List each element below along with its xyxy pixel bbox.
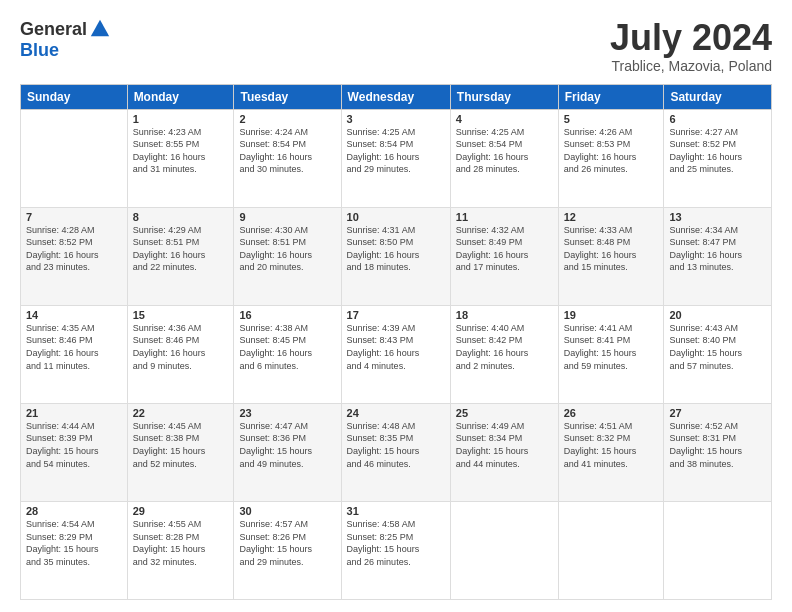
day-number: 5 [564,113,659,125]
day-info: Sunrise: 4:54 AM Sunset: 8:29 PM Dayligh… [26,518,122,568]
day-info: Sunrise: 4:57 AM Sunset: 8:26 PM Dayligh… [239,518,335,568]
day-number: 25 [456,407,553,419]
calendar-cell: 10Sunrise: 4:31 AM Sunset: 8:50 PM Dayli… [341,207,450,305]
day-number: 2 [239,113,335,125]
calendar-cell: 7Sunrise: 4:28 AM Sunset: 8:52 PM Daylig… [21,207,128,305]
calendar-cell: 11Sunrise: 4:32 AM Sunset: 8:49 PM Dayli… [450,207,558,305]
calendar-cell: 31Sunrise: 4:58 AM Sunset: 8:25 PM Dayli… [341,501,450,599]
day-info: Sunrise: 4:52 AM Sunset: 8:31 PM Dayligh… [669,420,766,470]
day-info: Sunrise: 4:47 AM Sunset: 8:36 PM Dayligh… [239,420,335,470]
calendar-cell: 3Sunrise: 4:25 AM Sunset: 8:54 PM Daylig… [341,109,450,207]
logo-general-text: General [20,19,87,40]
day-number: 24 [347,407,445,419]
calendar-cell: 9Sunrise: 4:30 AM Sunset: 8:51 PM Daylig… [234,207,341,305]
day-info: Sunrise: 4:36 AM Sunset: 8:46 PM Dayligh… [133,322,229,372]
day-info: Sunrise: 4:25 AM Sunset: 8:54 PM Dayligh… [456,126,553,176]
col-tuesday: Tuesday [234,84,341,109]
day-number: 19 [564,309,659,321]
day-info: Sunrise: 4:25 AM Sunset: 8:54 PM Dayligh… [347,126,445,176]
calendar-cell: 30Sunrise: 4:57 AM Sunset: 8:26 PM Dayli… [234,501,341,599]
day-number: 10 [347,211,445,223]
day-info: Sunrise: 4:34 AM Sunset: 8:47 PM Dayligh… [669,224,766,274]
day-info: Sunrise: 4:27 AM Sunset: 8:52 PM Dayligh… [669,126,766,176]
day-number: 21 [26,407,122,419]
day-info: Sunrise: 4:26 AM Sunset: 8:53 PM Dayligh… [564,126,659,176]
day-number: 11 [456,211,553,223]
location-subtitle: Trablice, Mazovia, Poland [610,58,772,74]
day-info: Sunrise: 4:28 AM Sunset: 8:52 PM Dayligh… [26,224,122,274]
calendar-week-row: 14Sunrise: 4:35 AM Sunset: 8:46 PM Dayli… [21,305,772,403]
day-info: Sunrise: 4:31 AM Sunset: 8:50 PM Dayligh… [347,224,445,274]
day-number: 8 [133,211,229,223]
day-info: Sunrise: 4:29 AM Sunset: 8:51 PM Dayligh… [133,224,229,274]
day-info: Sunrise: 4:43 AM Sunset: 8:40 PM Dayligh… [669,322,766,372]
calendar-table: Sunday Monday Tuesday Wednesday Thursday… [20,84,772,600]
day-info: Sunrise: 4:35 AM Sunset: 8:46 PM Dayligh… [26,322,122,372]
day-number: 27 [669,407,766,419]
calendar-cell: 1Sunrise: 4:23 AM Sunset: 8:55 PM Daylig… [127,109,234,207]
day-number: 16 [239,309,335,321]
calendar-cell: 19Sunrise: 4:41 AM Sunset: 8:41 PM Dayli… [558,305,664,403]
day-number: 3 [347,113,445,125]
day-info: Sunrise: 4:48 AM Sunset: 8:35 PM Dayligh… [347,420,445,470]
day-info: Sunrise: 4:24 AM Sunset: 8:54 PM Dayligh… [239,126,335,176]
day-info: Sunrise: 4:49 AM Sunset: 8:34 PM Dayligh… [456,420,553,470]
calendar-cell: 4Sunrise: 4:25 AM Sunset: 8:54 PM Daylig… [450,109,558,207]
day-number: 9 [239,211,335,223]
day-number: 14 [26,309,122,321]
col-friday: Friday [558,84,664,109]
day-info: Sunrise: 4:32 AM Sunset: 8:49 PM Dayligh… [456,224,553,274]
day-number: 20 [669,309,766,321]
day-number: 13 [669,211,766,223]
day-number: 18 [456,309,553,321]
header: General Blue July 2024 Trablice, Mazovia… [20,18,772,74]
title-block: July 2024 Trablice, Mazovia, Poland [610,18,772,74]
day-number: 31 [347,505,445,517]
calendar-cell: 8Sunrise: 4:29 AM Sunset: 8:51 PM Daylig… [127,207,234,305]
calendar-cell: 23Sunrise: 4:47 AM Sunset: 8:36 PM Dayli… [234,403,341,501]
day-number: 4 [456,113,553,125]
calendar-cell: 24Sunrise: 4:48 AM Sunset: 8:35 PM Dayli… [341,403,450,501]
day-info: Sunrise: 4:41 AM Sunset: 8:41 PM Dayligh… [564,322,659,372]
calendar-cell: 2Sunrise: 4:24 AM Sunset: 8:54 PM Daylig… [234,109,341,207]
day-info: Sunrise: 4:44 AM Sunset: 8:39 PM Dayligh… [26,420,122,470]
calendar-cell [664,501,772,599]
day-number: 6 [669,113,766,125]
calendar-cell: 29Sunrise: 4:55 AM Sunset: 8:28 PM Dayli… [127,501,234,599]
day-number: 15 [133,309,229,321]
calendar-week-row: 28Sunrise: 4:54 AM Sunset: 8:29 PM Dayli… [21,501,772,599]
day-number: 12 [564,211,659,223]
day-number: 26 [564,407,659,419]
calendar-cell: 13Sunrise: 4:34 AM Sunset: 8:47 PM Dayli… [664,207,772,305]
calendar-cell: 16Sunrise: 4:38 AM Sunset: 8:45 PM Dayli… [234,305,341,403]
day-info: Sunrise: 4:40 AM Sunset: 8:42 PM Dayligh… [456,322,553,372]
calendar-cell [21,109,128,207]
calendar-cell: 15Sunrise: 4:36 AM Sunset: 8:46 PM Dayli… [127,305,234,403]
calendar-header-row: Sunday Monday Tuesday Wednesday Thursday… [21,84,772,109]
day-number: 22 [133,407,229,419]
col-saturday: Saturday [664,84,772,109]
col-monday: Monday [127,84,234,109]
day-info: Sunrise: 4:33 AM Sunset: 8:48 PM Dayligh… [564,224,659,274]
calendar-cell: 27Sunrise: 4:52 AM Sunset: 8:31 PM Dayli… [664,403,772,501]
day-number: 1 [133,113,229,125]
day-info: Sunrise: 4:23 AM Sunset: 8:55 PM Dayligh… [133,126,229,176]
day-info: Sunrise: 4:45 AM Sunset: 8:38 PM Dayligh… [133,420,229,470]
calendar-cell: 18Sunrise: 4:40 AM Sunset: 8:42 PM Dayli… [450,305,558,403]
calendar-cell: 26Sunrise: 4:51 AM Sunset: 8:32 PM Dayli… [558,403,664,501]
calendar-week-row: 21Sunrise: 4:44 AM Sunset: 8:39 PM Dayli… [21,403,772,501]
col-thursday: Thursday [450,84,558,109]
day-number: 7 [26,211,122,223]
calendar-cell: 22Sunrise: 4:45 AM Sunset: 8:38 PM Dayli… [127,403,234,501]
day-info: Sunrise: 4:39 AM Sunset: 8:43 PM Dayligh… [347,322,445,372]
logo-icon [89,18,111,40]
calendar-cell: 28Sunrise: 4:54 AM Sunset: 8:29 PM Dayli… [21,501,128,599]
logo-blue-text: Blue [20,40,59,61]
calendar-cell [558,501,664,599]
calendar-cell: 20Sunrise: 4:43 AM Sunset: 8:40 PM Dayli… [664,305,772,403]
day-number: 29 [133,505,229,517]
calendar-cell: 14Sunrise: 4:35 AM Sunset: 8:46 PM Dayli… [21,305,128,403]
calendar-cell: 17Sunrise: 4:39 AM Sunset: 8:43 PM Dayli… [341,305,450,403]
month-title: July 2024 [610,18,772,58]
calendar-page: General Blue July 2024 Trablice, Mazovia… [0,0,792,612]
